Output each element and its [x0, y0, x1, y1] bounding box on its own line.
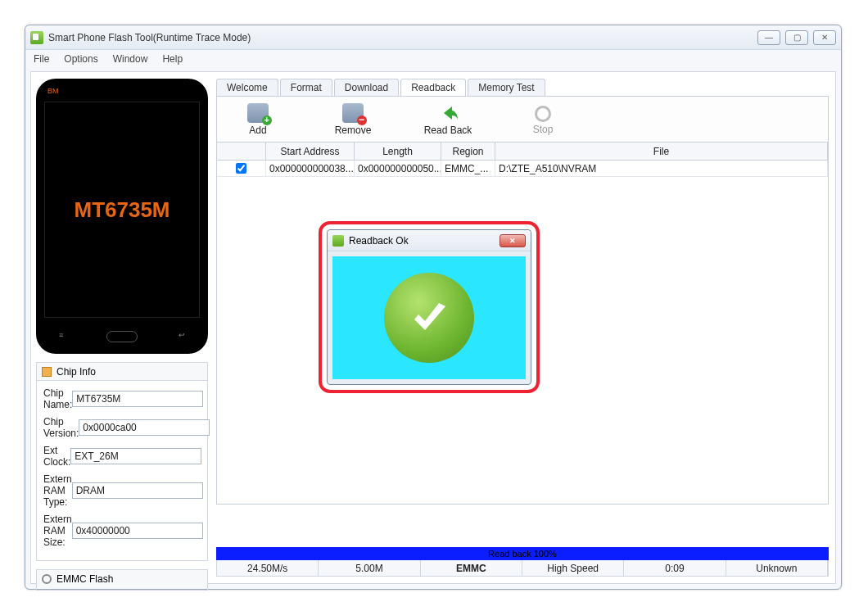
phone-preview: BM MT6735M ≡ ↩	[36, 79, 208, 354]
dialog-titlebar[interactable]: Readback Ok ✕	[328, 230, 531, 251]
dialog-body	[332, 256, 526, 379]
emmc-flash-title: EMMC Flash	[57, 573, 113, 585]
emmc-flash-panel[interactable]: EMMC Flash	[36, 569, 208, 591]
tabs: Welcome Format Download Readback Memory …	[216, 79, 829, 97]
status-storage-type: EMMC	[421, 560, 522, 576]
stop-icon	[535, 106, 551, 122]
remove-label: Remove	[335, 124, 372, 136]
status-total: 5.00M	[319, 560, 420, 576]
progress-bar: Read back 100%	[216, 547, 829, 560]
app-icon	[30, 31, 43, 44]
phone-brand: BM	[47, 87, 59, 95]
ram-size-label: Extern RAM Size:	[43, 514, 72, 548]
status-speed: 24.50M/s	[217, 560, 319, 576]
status-mode: High Speed	[522, 560, 624, 576]
chip-name-label: Chip Name:	[43, 387, 72, 410]
success-check-icon	[384, 273, 474, 363]
remove-button[interactable]: Remove	[328, 103, 377, 136]
dialog-close-button[interactable]: ✕	[500, 234, 526, 247]
status-time: 0:09	[624, 560, 726, 576]
minimize-button[interactable]: —	[757, 30, 780, 45]
col-file[interactable]: File	[495, 143, 828, 160]
chip-info-title: Chip Info	[57, 366, 96, 378]
col-region[interactable]: Region	[441, 143, 495, 160]
add-button[interactable]: Add	[233, 103, 283, 136]
stop-button[interactable]: Stop	[518, 104, 567, 135]
dialog-app-icon	[332, 235, 344, 247]
menu-file[interactable]: File	[34, 53, 49, 65]
chip-icon	[42, 367, 52, 377]
chip-version-label: Chip Version:	[43, 416, 79, 439]
chip-name-field[interactable]	[72, 391, 203, 407]
titlebar[interactable]: Smart Phone Flash Tool(Runtime Trace Mod…	[25, 25, 841, 50]
cell-region: EMMC_...	[441, 161, 495, 176]
gear-icon	[42, 574, 52, 584]
readback-ok-dialog[interactable]: Readback Ok ✕	[327, 229, 531, 385]
col-start-address[interactable]: Start Address	[266, 143, 355, 160]
phone-screen: MT6735M	[44, 102, 200, 318]
cell-length: 0x000000000050...	[355, 161, 441, 176]
row-checkbox[interactable]	[236, 163, 246, 174]
status-extra: Unknown	[726, 560, 828, 576]
ext-clock-label: Ext Clock:	[43, 445, 70, 468]
add-label: Add	[249, 124, 266, 136]
menu-options[interactable]: Options	[64, 53, 97, 65]
left-column: BM MT6735M ≡ ↩ Chip Info Chip Name:	[36, 79, 208, 577]
phone-chip-label: MT6735M	[45, 197, 199, 223]
col-length[interactable]: Length	[355, 143, 441, 160]
remove-icon	[342, 103, 364, 123]
tab-readback[interactable]: Readback	[400, 79, 466, 96]
readback-button[interactable]: Read Back	[423, 103, 472, 136]
phone-home-button	[106, 331, 138, 342]
ram-size-field[interactable]	[72, 523, 203, 539]
ram-type-label: Extern RAM Type:	[43, 473, 72, 508]
stop-label: Stop	[533, 124, 554, 135]
tab-format[interactable]: Format	[280, 79, 332, 96]
ext-clock-field[interactable]	[70, 448, 201, 464]
readback-icon	[437, 103, 459, 123]
add-icon	[247, 103, 269, 123]
menu-window[interactable]: Window	[113, 53, 148, 65]
tab-download[interactable]: Download	[334, 79, 399, 96]
menu-help[interactable]: Help	[162, 53, 183, 65]
chip-version-field[interactable]	[79, 419, 210, 436]
status-bar: Read back 100% 24.50M/s 5.00M EMMC High …	[216, 547, 829, 577]
close-button[interactable]: ✕	[813, 30, 836, 45]
maximize-button[interactable]: ▢	[785, 30, 808, 45]
tab-memory-test[interactable]: Memory Test	[468, 79, 545, 96]
table-row[interactable]: 0x000000000038... 0x000000000050... EMMC…	[217, 161, 828, 177]
phone-nav-left-icon: ≡	[59, 331, 63, 339]
menubar: File Options Window Help	[25, 50, 841, 68]
readback-label: Read Back	[424, 124, 472, 136]
dialog-title: Readback Ok	[349, 235, 409, 247]
highlight-annotation: Readback Ok ✕	[319, 221, 540, 393]
toolbar: Add Remove Read Back Stop	[216, 97, 829, 143]
tab-welcome[interactable]: Welcome	[216, 79, 278, 96]
cell-start-address: 0x000000000038...	[266, 161, 355, 176]
phone-nav-right-icon: ↩	[179, 331, 185, 339]
cell-file: D:\ZTE_A510\NVRAM	[495, 161, 828, 176]
window-title: Smart Phone Flash Tool(Runtime Trace Mod…	[48, 32, 251, 43]
col-checkbox[interactable]	[217, 143, 266, 160]
ram-type-field[interactable]	[72, 482, 203, 499]
chip-info-panel: Chip Info Chip Name: Chip Version: Ext C…	[36, 362, 208, 561]
